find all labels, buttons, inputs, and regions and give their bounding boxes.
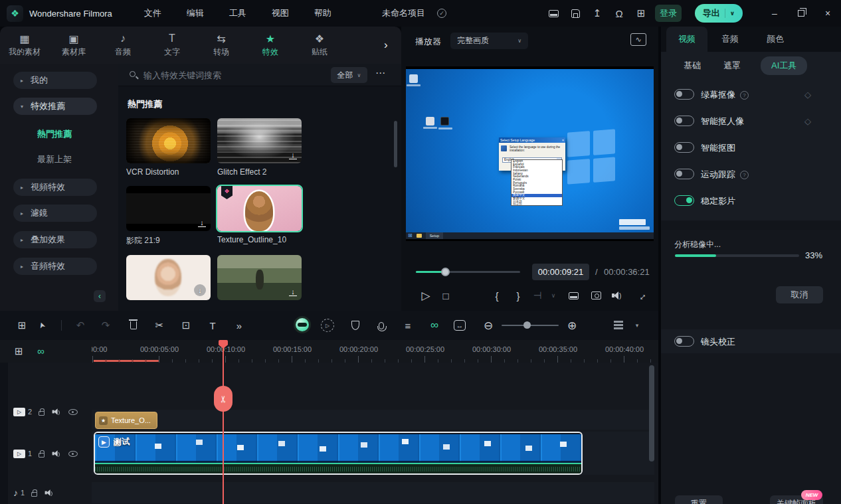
current-timecode[interactable]: 00:00:09:21	[532, 264, 589, 280]
tab-stickers[interactable]: ❖ 贴纸	[295, 33, 344, 58]
mute-track-icon[interactable]: )	[45, 489, 54, 496]
search-input[interactable]	[143, 67, 316, 83]
playhead-line[interactable]	[223, 340, 224, 504]
scissors-icon[interactable]: ✂	[152, 318, 167, 333]
stabilization-toggle[interactable]	[674, 195, 694, 206]
media-grid-icon[interactable]: ⊞	[15, 318, 29, 333]
display-device-button[interactable]	[566, 288, 581, 303]
sidebar-collapse-button[interactable]: ‹	[94, 290, 106, 302]
reset-button[interactable]: 重置	[675, 495, 723, 504]
clip-texture-effect[interactable]: ★ Texture_O...	[95, 412, 157, 429]
sidebar-item-hot[interactable]: 熱門推薦	[37, 128, 72, 140]
delete-icon[interactable]	[126, 318, 141, 333]
effect-card-glitch[interactable]: ↓ Glitch Effect 2	[217, 118, 302, 177]
effect-card-portrait[interactable]: ↓	[126, 255, 211, 300]
sidebar-item-filters[interactable]: ▸ 濾鏡	[13, 205, 97, 222]
lock-icon[interactable]	[39, 411, 45, 416]
redo-icon[interactable]: ↷	[98, 318, 113, 333]
timeline-ruler[interactable]: ⊞ ∞ 00:00:00 00:00:05:00 00:00:10:00 00:…	[0, 340, 658, 363]
minimize-button[interactable]: –	[761, 0, 788, 27]
playback-slider[interactable]	[416, 271, 520, 273]
lock-icon[interactable]	[31, 492, 37, 497]
layout-icon[interactable]	[547, 7, 559, 19]
keyframe-diamond-icon[interactable]: ◇	[804, 90, 811, 100]
keyframe-diamond-icon[interactable]: ◇	[804, 116, 811, 126]
effect-thumbnail[interactable]	[126, 118, 211, 163]
effect-card-cinema[interactable]: ↓ 影院 21:9	[126, 186, 211, 246]
export-button[interactable]: 导出 ∨	[695, 4, 743, 23]
tab-audio[interactable]: ♪ 音频	[98, 33, 147, 58]
crop-icon[interactable]: ⊡	[179, 318, 193, 333]
effect-card-texture-outline[interactable]: ❖ Texture_Outline_10	[217, 186, 302, 244]
text-tool-icon[interactable]: T	[205, 318, 220, 333]
tab-text[interactable]: T 文字	[147, 33, 197, 58]
upload-cloud-icon[interactable]: ↥	[591, 7, 603, 19]
subtab-ai-tools[interactable]: AI工具	[761, 56, 807, 75]
tab-video[interactable]: 视频	[666, 27, 707, 52]
fullscreen-button[interactable]: ↔	[630, 285, 651, 305]
menu-help[interactable]: 帮助	[310, 5, 335, 21]
login-button[interactable]: 登录	[655, 5, 682, 22]
clip-main-video[interactable]: ▶ 测试	[94, 432, 583, 475]
split-button[interactable]: ⊣	[530, 288, 545, 303]
sidebar-item-overlays[interactable]: ▸ 叠加效果	[13, 231, 97, 248]
help-icon[interactable]: ?	[740, 171, 749, 179]
quality-dropdown[interactable]: 完整画质 ∨	[450, 33, 528, 49]
eye-visibility-icon[interactable]	[68, 451, 78, 457]
effect-thumbnail[interactable]: ↓	[126, 255, 211, 300]
more-tools-icon[interactable]: »	[232, 318, 246, 333]
lens-correction-toggle[interactable]	[674, 336, 694, 347]
subtab-basic[interactable]: 基础	[684, 60, 701, 72]
lock-icon[interactable]	[39, 453, 45, 458]
tab-effects[interactable]: ★ 特效	[246, 33, 295, 58]
speed-ramp-icon[interactable]: ▷	[320, 318, 335, 333]
snapshot-camera-button[interactable]	[589, 288, 603, 303]
mute-speaker-button[interactable]: )	[610, 288, 624, 303]
track-manager-icon[interactable]	[611, 318, 626, 333]
motion-tracking-toggle[interactable]	[674, 169, 694, 179]
add-to-track-icon[interactable]: ⊞	[15, 345, 23, 357]
sidebar-item-mine[interactable]: ▸ 我的	[13, 72, 97, 89]
ai-assistant-icon[interactable]	[294, 316, 311, 333]
sidebar-item-newest[interactable]: 最新上架	[37, 153, 72, 165]
green-screen-toggle[interactable]	[674, 89, 694, 100]
mark-in-button[interactable]: {	[490, 288, 504, 303]
filter-dropdown[interactable]: 全部 ∨	[331, 67, 367, 83]
fit-timeline-icon[interactable]: ↔	[454, 320, 466, 331]
zoom-in-icon[interactable]: ⊕	[565, 318, 579, 333]
export-dropdown-icon[interactable]: ∨	[730, 10, 735, 17]
download-icon[interactable]: ↓	[198, 219, 206, 227]
effect-thumbnail[interactable]: ❖	[217, 186, 302, 231]
menu-edit[interactable]: 编辑	[183, 5, 208, 21]
effect-thumbnail[interactable]: ↓	[217, 255, 302, 300]
support-headset-icon[interactable]: Ω	[613, 7, 625, 19]
smart-cutout-toggle[interactable]	[674, 142, 694, 153]
eye-visibility-icon[interactable]	[68, 409, 78, 415]
record-mic-icon[interactable]	[374, 318, 389, 333]
apps-grid-icon[interactable]: ⊞	[635, 7, 647, 19]
menu-view[interactable]: 视图	[268, 5, 293, 21]
stop-button[interactable]: □	[438, 288, 453, 303]
effect-thumbnail[interactable]: ↓	[217, 118, 302, 163]
playback-slider-handle[interactable]	[441, 268, 450, 276]
save-icon[interactable]	[569, 7, 581, 19]
mark-out-button[interactable]: }	[511, 288, 525, 303]
help-icon[interactable]: ?	[740, 91, 749, 100]
menu-file[interactable]: 文件	[140, 5, 165, 21]
sidebar-item-video-effects[interactable]: ▸ 視頻特效	[13, 179, 97, 196]
tab-color[interactable]: 颜色	[753, 27, 798, 52]
restore-button[interactable]	[788, 0, 814, 27]
video-viewport[interactable]: Select Setup Language × Select the langu…	[406, 66, 654, 241]
more-options-icon[interactable]: ⋯	[375, 67, 386, 79]
menu-tools[interactable]: 工具	[225, 5, 250, 21]
render-preview-icon[interactable]: ≡	[401, 318, 415, 333]
cancel-button[interactable]: 取消	[776, 286, 823, 303]
sidebar-item-audio-effects[interactable]: ▸ 音頻特效	[13, 258, 97, 275]
marker-shield-icon[interactable]	[348, 318, 363, 333]
play-button[interactable]: ▷	[419, 288, 433, 303]
tabbar-expand-icon[interactable]: ›	[384, 39, 388, 52]
scopes-icon[interactable]: ∿	[630, 33, 646, 46]
sidebar-item-recommended[interactable]: ▾ 特效推薦	[13, 98, 97, 115]
effect-card-landscape[interactable]: ↓	[217, 255, 302, 300]
effects-scrollbar[interactable]	[394, 121, 397, 167]
